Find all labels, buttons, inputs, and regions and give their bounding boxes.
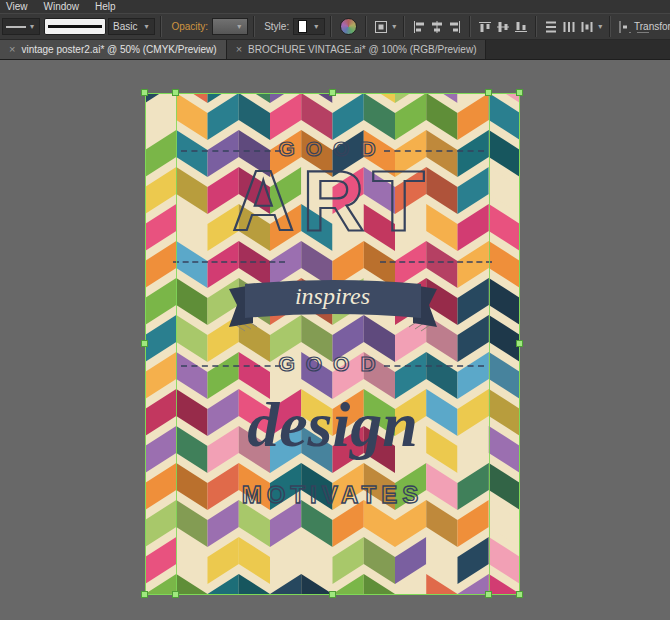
tab-title: BROCHURE VINTAGE.ai* @ 100% (RGB/Preview… (248, 44, 476, 55)
align-right-icon[interactable] (446, 18, 464, 36)
menu-window[interactable]: Window (44, 1, 80, 12)
stroke-profile-dropdown[interactable]: ▾ (2, 18, 40, 35)
chevron-down-icon[interactable]: ▾ (392, 23, 396, 31)
selection-handle[interactable] (141, 340, 148, 347)
brush-stroke-preview[interactable] (44, 18, 106, 35)
selection-handle[interactable] (516, 89, 523, 96)
tab-brochure-vintage[interactable]: × BROCHURE VINTAGE.ai* @ 100% (RGB/Previ… (227, 40, 487, 59)
divider (403, 16, 405, 37)
chevron-down-icon: ▾ (237, 23, 241, 31)
selection-handle[interactable] (329, 89, 336, 96)
graphic-style-dropdown[interactable]: ▾ (293, 18, 325, 35)
divider (160, 16, 162, 37)
brush-name: Basic (113, 21, 137, 32)
distribute-spacing-icon[interactable] (578, 18, 596, 36)
align-bottom-icon[interactable] (512, 18, 530, 36)
menu-view[interactable]: View (6, 1, 28, 12)
tab-vintage-poster2[interactable]: × vintage poster2.ai* @ 50% (CMYK/Previe… (0, 40, 227, 59)
close-tab-icon[interactable]: × (9, 44, 15, 55)
chevron-down-icon: ▾ (144, 23, 148, 31)
align-top-icon[interactable] (476, 18, 494, 36)
divider (469, 16, 471, 37)
align-center-horizontal-icon[interactable] (428, 18, 446, 36)
divider (330, 16, 332, 37)
style-swatch (298, 20, 307, 33)
close-tab-icon[interactable]: × (236, 44, 242, 55)
selection-handle[interactable] (172, 89, 179, 96)
style-label: Style: (264, 21, 289, 32)
selection-handles (0, 60, 670, 620)
opacity-dropdown[interactable]: ▾ (212, 18, 248, 35)
chevron-down-icon[interactable]: ▾ (598, 23, 602, 31)
opacity-label[interactable]: Opacity: (171, 21, 208, 32)
stroke-profile-preview (6, 26, 26, 28)
chevron-down-icon: ▾ (30, 23, 34, 31)
divider (535, 16, 537, 37)
selection-handle[interactable] (516, 340, 523, 347)
align-middle-icon[interactable] (494, 18, 512, 36)
align-panel-icon[interactable] (372, 18, 390, 36)
menu-bar: View Window Help (0, 0, 670, 13)
menu-help[interactable]: Help (95, 1, 116, 12)
stroke-line-icon (48, 25, 102, 28)
distribute-vertical-icon[interactable] (542, 18, 560, 36)
chevron-down-icon: ▾ (314, 23, 318, 31)
selection-handle[interactable] (516, 591, 523, 598)
selection-handle[interactable] (485, 89, 492, 96)
selection-handle[interactable] (172, 591, 179, 598)
align-left-icon[interactable] (410, 18, 428, 36)
selection-handle[interactable] (141, 591, 148, 598)
selection-handle[interactable] (329, 591, 336, 598)
tab-title: vintage poster2.ai* @ 50% (CMYK/Preview) (21, 44, 216, 55)
recolor-artwork-icon[interactable] (340, 18, 357, 35)
brush-definition-dropdown[interactable]: Basic ▾ (108, 18, 155, 35)
selection-handle[interactable] (485, 591, 492, 598)
canvas-area[interactable]: GOOD ART inspires GOOD design MOTIV (0, 60, 670, 620)
divider (253, 16, 255, 37)
document-tabs: × vintage poster2.ai* @ 50% (CMYK/Previe… (0, 40, 670, 60)
illustrator-window: View Window Help ▾ Basic ▾ Opacity: ▾ St… (0, 0, 670, 620)
divider (365, 16, 367, 37)
control-panel: ▾ Basic ▾ Opacity: ▾ Style: ▾ ▾ (0, 13, 670, 40)
transform-label[interactable]: Transform (629, 21, 670, 32)
divider (609, 16, 611, 37)
distribute-horizontal-icon[interactable] (560, 18, 578, 36)
selection-handle[interactable] (141, 89, 148, 96)
